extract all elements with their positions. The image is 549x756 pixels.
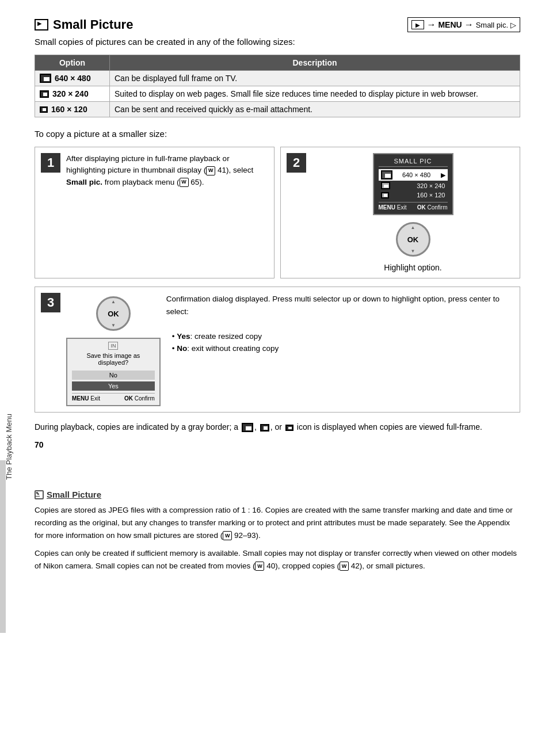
page: The Playback Menu Small Picture ▶ → MENU… [0, 0, 549, 595]
size-icon-large [40, 74, 51, 83]
cam-arrow: ▶ [441, 171, 445, 179]
option-table: Option Description 640 × 480 Can be disp… [35, 55, 520, 117]
table-cell-option-3: 160 × 120 [35, 102, 110, 117]
ref-icon-note1: W [223, 531, 232, 540]
confirm-yes: Yes [72, 381, 155, 391]
cam-item-1: 640 × 480 ▶ [379, 169, 448, 181]
table-cell-option-2: 320 × 240 [35, 86, 110, 102]
bottom-paragraph: During playback, copies are indicated by… [35, 421, 520, 433]
step-3-number: 3 [41, 293, 60, 312]
inline-icon-lg [242, 423, 253, 432]
cam-size-2: 320 × 240 [417, 182, 445, 189]
note-para-2: Copies can only be created if sufficient… [35, 547, 520, 572]
ref-icon-1: W [206, 166, 215, 175]
table-row: 320 × 240 Suited to display on web pages… [35, 86, 520, 102]
navigation-bar: ▶ → MENU → Small pic. ▷ [407, 17, 520, 32]
step-3-left: OK IN Save this image as displayed? No Y… [66, 293, 161, 406]
confirm-question: Save this image as displayed? [72, 352, 155, 366]
inline-icon-md [260, 424, 269, 432]
step-2-camera-screen: SMALL PIC 640 × 480 ▶ 320 × 240 16 [373, 153, 453, 215]
cf-exit: MENU Exit [72, 395, 100, 402]
small-picture-icon [35, 19, 48, 30]
note-pencil-icon: ✎ [35, 490, 44, 499]
sidebar-bar [0, 460, 6, 633]
size-icon-medium [40, 90, 49, 98]
cam-screen-title: SMALL PIC [379, 158, 448, 167]
table-cell-desc-2: Suited to display on web pages. Small fi… [110, 86, 520, 102]
step-1-box: 1 After displaying picture in full-frame… [35, 147, 274, 278]
steps-grid: 1 After displaying picture in full-frame… [35, 147, 520, 278]
cam-footer: MENU Exit OK Confirm [379, 202, 448, 211]
nav-arrow1: → [426, 20, 436, 30]
nav-arrow2: → [464, 20, 474, 30]
bullet-yes: • Yes: create resized copy [172, 330, 514, 343]
size-label-2: 320 × 240 [52, 89, 89, 98]
step-1-number: 1 [41, 153, 60, 173]
cam-confirm: OK Confirm [417, 204, 448, 211]
cam-icon-sm [381, 192, 389, 198]
size-label-3: 160 × 120 [51, 105, 87, 114]
confirm-title: IN [72, 342, 155, 349]
table-row: 640 × 480 Can be displayed full frame on… [35, 71, 520, 86]
cam-item-3: 160 × 120 [379, 190, 448, 200]
confirm-screen: IN Save this image as displayed? No Yes … [66, 338, 161, 406]
note-para-1: Copies are stored as JPEG files with a c… [35, 504, 520, 541]
small-pic-nav-label: Small pic. [476, 21, 508, 29]
ref-icon-note3: W [340, 562, 349, 571]
menu-label: MENU [438, 20, 462, 29]
table-cell-desc-3: Can be sent and received quickly as e-ma… [110, 102, 520, 117]
step-2-number: 2 [287, 153, 306, 173]
play-icon: ▶ [411, 20, 424, 29]
cam-icon-md [381, 182, 390, 189]
ok-button-step3[interactable]: OK [96, 296, 131, 331]
cam-size-1: 640 × 480 [402, 171, 430, 178]
step-3-right: Confirmation dialog displayed. Press mul… [166, 293, 514, 406]
cam-size-3: 160 × 120 [417, 192, 445, 198]
table-header-description: Description [110, 55, 520, 71]
in-icon: IN [108, 342, 118, 350]
confirm-no: No [72, 371, 155, 380]
step-2-box: 2 SMALL PIC 640 × 480 ▶ 320 × 240 [280, 147, 520, 278]
intro-text: Small copies of pictures can be created … [35, 37, 520, 47]
ref-icon-2: W [180, 178, 189, 187]
table-header-option: Option [35, 55, 110, 71]
ref-icon-note2: W [255, 562, 264, 571]
table-row: 160 × 120 Can be sent and received quick… [35, 102, 520, 117]
cam-item-2: 320 × 240 [379, 181, 448, 190]
sidebar-label: The Playback Menu [5, 414, 13, 480]
size-icon-small [40, 106, 48, 113]
cam-exit: MENU Exit [379, 204, 407, 211]
table-cell-option-1: 640 × 480 [35, 71, 110, 86]
ok-button-step2[interactable]: OK [396, 222, 430, 257]
note-section: ✎ Small Picture Copies are stored as JPE… [35, 484, 520, 572]
inline-icon-sm [285, 425, 293, 431]
highlight-caption: Highlight option. [384, 263, 441, 272]
cam-icon-lg [381, 170, 392, 180]
bullet-no: • No: exit without creating copy [172, 342, 514, 355]
table-cell-desc-1: Can be displayed full frame on TV. [110, 71, 520, 86]
step-3-box: 3 OK IN Save this image as displayed? No… [35, 287, 520, 413]
header-row: Small Picture ▶ → MENU → Small pic. ▷ [35, 17, 520, 32]
confirm-footer: MENU Exit OK Confirm [72, 393, 155, 402]
step-2-image-area: SMALL PIC 640 × 480 ▶ 320 × 240 16 [312, 153, 514, 272]
page-number: 70 [35, 440, 520, 449]
copy-intro: To copy a picture at a smaller size: [35, 129, 520, 139]
note-title: ✎ Small Picture [35, 490, 520, 499]
page-title: Small Picture [35, 17, 133, 32]
nav-triangle: ▷ [510, 21, 516, 29]
size-label-1: 640 × 480 [55, 74, 91, 83]
cf-confirm: OK Confirm [124, 395, 155, 402]
step-1-content: After displaying picture in full-frame p… [66, 153, 268, 188]
